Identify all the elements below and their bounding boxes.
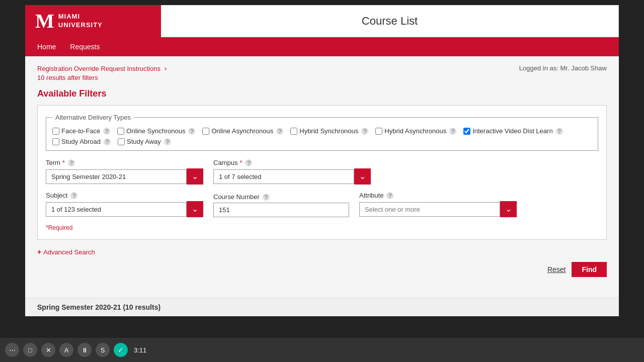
cb-study-abroad-input[interactable] — [52, 138, 59, 145]
term-select-wrapper: ⌄ — [46, 168, 203, 185]
term-chevron-icon: ⌄ — [192, 172, 198, 180]
campus-select-wrapper: ⌄ — [213, 168, 371, 185]
advanced-search-label: Advanced Search — [43, 248, 95, 256]
required-note: *Required — [46, 224, 598, 231]
find-button[interactable]: Find — [572, 262, 607, 277]
subject-label-text: Subject — [46, 192, 67, 199]
cb-face-to-face-label: Face-to-Face — [61, 127, 100, 135]
cb-hybrid-async-label: Hybrid Asynchronous — [384, 127, 446, 135]
course-number-input[interactable] — [213, 203, 349, 217]
logo-university-text: MIAMIUNIVERSITY — [58, 13, 103, 30]
attribute-dropdown-button[interactable]: ⌄ — [500, 201, 517, 217]
filters-box: Alternative Delivery Types Face-to-Face … — [37, 105, 607, 240]
cb-study-abroad-label: Study Abroad — [61, 138, 101, 145]
attribute-label: Attribute ? — [359, 192, 517, 199]
cb-online-async-label: Online Asynchronous — [211, 127, 273, 135]
attribute-info-icon[interactable]: ? — [386, 192, 393, 199]
logo-m-letter: M — [35, 11, 54, 31]
header-title-area: Course List — [161, 5, 619, 37]
header: M MIAMIUNIVERSITY Course List — [25, 5, 619, 37]
campus-group: Campus * ? ⌄ — [213, 159, 371, 185]
cb-online-async-info[interactable]: ? — [276, 128, 283, 135]
taskbar-check-icon[interactable]: ✓ — [114, 343, 128, 357]
attribute-select[interactable] — [359, 202, 500, 217]
bottom-bar: Reset Find — [37, 260, 607, 277]
campus-label-text: Campus — [213, 159, 237, 166]
campus-chevron-icon: ⌄ — [359, 172, 366, 180]
cb-study-away-info[interactable]: ? — [164, 138, 171, 145]
cb-online-async[interactable]: Online Asynchronous ? — [202, 127, 283, 135]
results-bar: Spring Semester 2020-21 (10 results) — [25, 298, 619, 316]
nav-home-link[interactable]: Home — [35, 39, 58, 55]
cb-hybrid-async[interactable]: Hybrid Asynchronous ? — [375, 127, 456, 135]
campus-info-icon[interactable]: ? — [245, 159, 252, 166]
cb-study-away[interactable]: Study Away ? — [118, 138, 171, 145]
taskbar-a-button[interactable]: A — [59, 343, 73, 357]
cb-ivd[interactable]: Interactive Video Dist Learn ? — [463, 127, 562, 135]
cb-ivd-input[interactable] — [463, 128, 470, 135]
page-title: Course List — [362, 15, 418, 28]
taskbar-pause-button[interactable]: ⏸ — [77, 343, 92, 357]
section-title: Available Filters — [37, 88, 607, 99]
nav-requests-link[interactable]: Requests — [68, 39, 102, 55]
campus-select[interactable] — [213, 169, 354, 184]
subject-chevron-icon: ⌄ — [192, 205, 198, 213]
cb-face-to-face[interactable]: Face-to-Face ? — [52, 127, 110, 135]
subject-select-wrapper: ⌄ — [46, 201, 203, 217]
cb-hybrid-async-input[interactable] — [375, 128, 382, 135]
advanced-search-link[interactable]: + Advanced Search — [37, 248, 95, 256]
taskbar: ⋯ □ ✕ A ⏸ S ✓ 3:11 — [0, 338, 644, 362]
checkbox-row: Face-to-Face ? Online Synchronous ? Onli… — [52, 127, 592, 145]
cb-hybrid-sync-label: Hybrid Synchronous — [299, 127, 358, 135]
subject-dropdown-button[interactable]: ⌄ — [187, 201, 203, 217]
term-required-star: * — [62, 159, 65, 166]
subject-info-icon[interactable]: ? — [70, 192, 77, 199]
results-bar-text: Spring Semester 2020-21 (10 results) — [37, 303, 160, 311]
term-label: Term * ? — [46, 159, 203, 166]
term-select[interactable] — [46, 169, 187, 184]
alt-delivery-fieldset: Alternative Delivery Types Face-to-Face … — [46, 114, 598, 151]
campus-required-star: * — [239, 159, 242, 166]
logo-area: M MIAMIUNIVERSITY — [25, 5, 161, 37]
content-area: Registration Override Request Instructio… — [25, 56, 619, 298]
cb-study-abroad[interactable]: Study Abroad ? — [52, 138, 111, 145]
campus-label: Campus * ? — [213, 159, 371, 166]
cb-face-to-face-input[interactable] — [52, 128, 59, 135]
breadcrumb-link[interactable]: Registration Override Request Instructio… — [37, 65, 160, 72]
cb-hybrid-sync-info[interactable]: ? — [361, 128, 368, 135]
cb-study-abroad-info[interactable]: ? — [104, 138, 111, 145]
subject-select[interactable] — [46, 202, 187, 217]
cb-face-to-face-info[interactable]: ? — [103, 128, 110, 135]
taskbar-screen-button[interactable]: □ — [23, 343, 37, 357]
course-number-group: Course Number ? — [213, 193, 349, 217]
attribute-select-wrapper: ⌄ — [359, 201, 517, 217]
cb-hybrid-async-info[interactable]: ? — [449, 128, 456, 135]
attribute-group: Attribute ? ⌄ — [359, 192, 517, 217]
breadcrumb-arrow: › — [165, 64, 167, 72]
cb-study-away-input[interactable] — [118, 138, 125, 145]
logged-in-text: Logged in as: Mr. Jacob Shaw — [519, 64, 607, 72]
attribute-chevron-icon: ⌄ — [505, 205, 512, 213]
attribute-label-text: Attribute — [359, 192, 383, 199]
reset-button[interactable]: Reset — [547, 265, 566, 274]
cb-ivd-label: Interactive Video Dist Learn — [472, 127, 552, 135]
taskbar-close-button[interactable]: ✕ — [41, 343, 55, 357]
cb-hybrid-sync-input[interactable] — [290, 128, 297, 135]
cb-hybrid-sync[interactable]: Hybrid Synchronous ? — [290, 127, 368, 135]
course-number-info-icon[interactable]: ? — [263, 194, 270, 201]
cb-online-sync[interactable]: Online Synchronous ? — [117, 127, 195, 135]
term-info-icon[interactable]: ? — [68, 159, 75, 166]
term-dropdown-button[interactable]: ⌄ — [187, 168, 203, 185]
results-count: 10 results after filters — [37, 74, 167, 81]
cb-online-async-input[interactable] — [202, 128, 209, 135]
subject-group: Subject ? ⌄ — [46, 192, 203, 217]
cb-online-sync-input[interactable] — [117, 128, 124, 135]
term-group: Term * ? ⌄ — [46, 159, 203, 185]
alt-delivery-legend: Alternative Delivery Types — [52, 114, 134, 121]
campus-dropdown-button[interactable]: ⌄ — [354, 168, 371, 185]
taskbar-s-button[interactable]: S — [96, 343, 110, 357]
cb-ivd-info[interactable]: ? — [556, 128, 563, 135]
nav-bar: Home Requests — [25, 37, 619, 56]
cb-online-sync-info[interactable]: ? — [188, 128, 195, 135]
taskbar-menu-button[interactable]: ⋯ — [5, 343, 19, 357]
